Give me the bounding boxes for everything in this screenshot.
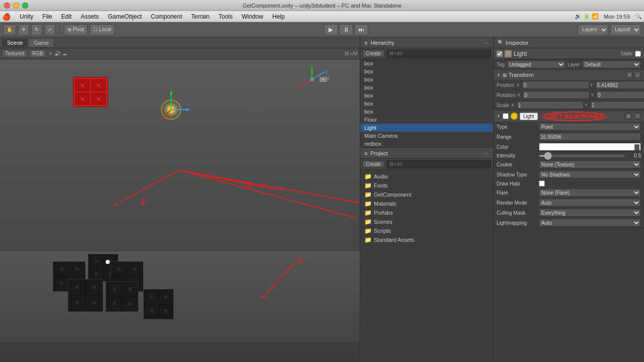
gizmo-svg: Z Y X	[294, 64, 330, 95]
red-cube-object: ✕ ✕ ✕ ✕	[73, 77, 108, 107]
light-more-btn[interactable]: ≡	[634, 113, 641, 120]
pos-x-input[interactable]	[522, 81, 589, 89]
local-button[interactable]: ☐ Local	[90, 24, 115, 35]
hierarchy-item[interactable]: box	[360, 108, 493, 116]
maximize-button[interactable]	[22, 3, 28, 9]
transform-settings[interactable]: ⚙	[626, 71, 633, 78]
folder-icon: 📁	[364, 173, 372, 180]
menu-unity[interactable]: Unity	[16, 13, 37, 21]
close-button[interactable]	[4, 3, 10, 9]
pause-button[interactable]: ⏸	[339, 24, 353, 35]
position-fields: X Y Z	[517, 81, 644, 89]
intensity-slider[interactable]	[539, 155, 625, 157]
hierarchy-create-btn[interactable]: Create	[362, 50, 384, 57]
pivot-button[interactable]: ⊕ Pivot	[64, 24, 88, 35]
scale-tool[interactable]: ⤢	[44, 24, 55, 35]
project-folder[interactable]: 📁Prefabs	[362, 208, 491, 217]
hierarchy-item[interactable]: box	[360, 67, 493, 75]
search-icon[interactable]: 🔍	[635, 13, 642, 20]
menu-tools[interactable]: Tools	[214, 13, 236, 21]
hierarchy-item[interactable]: box	[360, 92, 493, 100]
rot-x-input[interactable]	[523, 91, 590, 99]
project-folder[interactable]: 📁GetComponent	[362, 190, 491, 199]
apple-icon[interactable]: 🍎	[2, 13, 11, 21]
hand-tool[interactable]: ✋	[3, 24, 16, 35]
flare-row: Flare None (Flare)	[494, 188, 644, 198]
folder-icon: 📁	[364, 236, 372, 243]
hierarchy-item[interactable]: box	[360, 75, 493, 83]
scale-y-input[interactable]	[590, 101, 644, 109]
project-folder[interactable]: 📁Standard Assets	[362, 235, 491, 244]
project-folder[interactable]: 📁Materials	[362, 199, 491, 208]
hierarchy-icon: ≡	[364, 40, 367, 46]
culling-mask-row: Culling Mask Everything	[494, 208, 644, 218]
step-button[interactable]: ⏭	[354, 24, 368, 35]
tab-scene[interactable]: Scene	[2, 39, 28, 47]
render-select[interactable]: Auto	[539, 199, 641, 207]
draw-halo-checkbox[interactable]	[539, 180, 545, 187]
shadow-select[interactable]: No Shadows	[539, 170, 641, 178]
transform-more[interactable]: ≡	[634, 71, 641, 78]
color-picker[interactable]	[539, 143, 641, 151]
menu-gameobject[interactable]: GameObject	[104, 13, 145, 21]
rotate-tool[interactable]: ↻	[31, 24, 42, 35]
pos-y-input[interactable]	[596, 81, 644, 89]
titlebar: GetComponent.unity – unity3dstudent – PC…	[0, 0, 644, 11]
hierarchy-item[interactable]: Main Camera	[360, 132, 493, 140]
hierarchy-item[interactable]: box	[360, 59, 493, 67]
sep1	[59, 25, 60, 35]
lightmap-select[interactable]: Auto	[539, 219, 641, 227]
static-checkbox[interactable]	[635, 51, 641, 57]
hierarchy-item[interactable]: Light	[360, 124, 493, 132]
layout-dropdown[interactable]: Layout	[610, 24, 641, 35]
tag-dropdown[interactable]: Untagged	[507, 60, 566, 68]
hierarchy-item[interactable]: Floor	[360, 116, 493, 124]
move-tool[interactable]: ✛	[18, 24, 29, 35]
light-settings-btn[interactable]: ⚙	[625, 113, 632, 120]
scale-x-input[interactable]	[517, 101, 584, 109]
menu-terrain[interactable]: Terrain	[187, 13, 214, 21]
cookie-select[interactable]: None (Texture)	[539, 160, 641, 168]
menu-assets[interactable]: Assets	[76, 13, 103, 21]
rot-y-input[interactable]	[596, 91, 644, 99]
scene-viewport[interactable]: ✕ ✕ ✕ ✕ ✕ ✕ ✕ ✕ ✕ ✕ ✕	[0, 59, 360, 362]
menubar: 🍎 Unity File Edit Assets GameObject Comp…	[0, 11, 644, 22]
layers-dropdown[interactable]: Layers	[578, 24, 608, 35]
hierarchy-search[interactable]	[386, 50, 491, 58]
range-input[interactable]	[539, 133, 641, 141]
menu-help[interactable]: Help	[268, 13, 289, 21]
light-comp-name-btn[interactable]: Light	[520, 113, 538, 120]
menu-edit[interactable]: Edit	[57, 13, 76, 21]
cookie-row: Cookie None (Texture)	[494, 159, 644, 169]
culling-select[interactable]: Everything	[539, 209, 641, 217]
minimize-button[interactable]	[13, 3, 19, 9]
transform-header[interactable]: ▼ ⊞ Transform ⚙ ≡	[494, 70, 644, 80]
project-folder[interactable]: 📁Fonts	[362, 181, 491, 190]
project-search[interactable]	[386, 160, 491, 168]
menu-window[interactable]: Window	[238, 13, 268, 21]
view-mode-btn[interactable]: Textured	[2, 50, 27, 57]
light-enabled-checkbox[interactable]	[503, 113, 509, 119]
main-area: Scene Game Textured RGB ☀ 🔊 ☁ ⌘+All ✕ ✕ …	[0, 37, 644, 362]
play-button[interactable]: ▶	[324, 24, 338, 35]
project-collapse[interactable]: —	[484, 150, 489, 156]
project-folder[interactable]: 📁Audio	[362, 172, 491, 181]
tab-game[interactable]: Game	[29, 39, 54, 47]
hierarchy-item[interactable]: box	[360, 100, 493, 108]
folder-icon: 📁	[364, 182, 372, 189]
svg-point-26	[322, 78, 324, 80]
flare-select[interactable]: None (Flare)	[539, 189, 641, 197]
project-folder[interactable]: 📁Scripts	[362, 226, 491, 235]
menu-component[interactable]: Component	[147, 13, 186, 21]
hierarchy-item[interactable]: redbox	[360, 140, 493, 147]
rgb-btn[interactable]: RGB	[29, 50, 46, 57]
menu-file[interactable]: File	[38, 13, 56, 21]
layer-dropdown[interactable]: Default	[582, 60, 641, 68]
type-select[interactable]: Point	[539, 123, 641, 131]
draw-halo-label: Draw Halo	[497, 181, 537, 187]
hierarchy-item[interactable]: box	[360, 83, 493, 92]
project-folder[interactable]: 📁Scenes	[362, 217, 491, 226]
project-create-btn[interactable]: Create	[362, 160, 384, 168]
hierarchy-collapse[interactable]: —	[484, 40, 489, 45]
object-active-checkbox[interactable]	[497, 51, 503, 57]
